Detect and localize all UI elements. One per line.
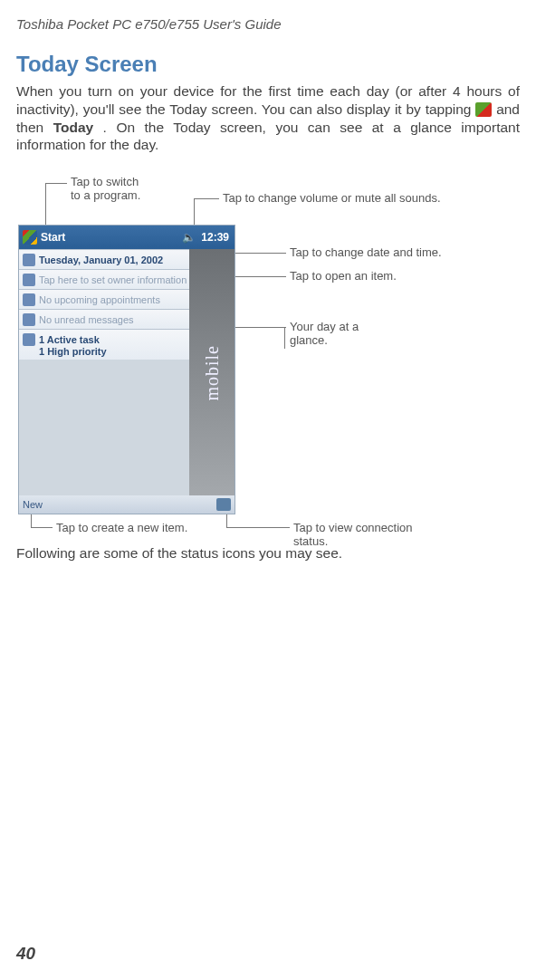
speaker-icon[interactable]: 🔈	[182, 231, 196, 244]
intro-text-1: When you turn on your device for the fir…	[16, 83, 520, 117]
mobile-strip: mobile	[189, 249, 234, 495]
owner-text: Tap here to set owner information	[39, 274, 187, 285]
callout-line	[31, 527, 53, 528]
annotated-diagram: Tap to switch to a program. Tap to chang…	[16, 176, 523, 538]
start-menu-icon[interactable]	[23, 230, 37, 245]
messages-icon	[23, 313, 35, 326]
screenshot-topbar: Start 🔈 12:39	[19, 226, 234, 249]
messages-text: No unread messages	[39, 314, 134, 325]
section-title: Today Screen	[16, 52, 520, 77]
callout-line	[284, 327, 285, 349]
new-button[interactable]: New	[23, 499, 43, 510]
date-text: Tuesday, January 01, 2002	[39, 255, 163, 265]
callout-switch-program: Tap to switch to a program.	[71, 176, 140, 203]
callout-line	[194, 198, 219, 199]
calendar-icon	[23, 254, 35, 266]
screenshot-bottombar: New	[19, 495, 234, 514]
callout-line	[235, 276, 286, 277]
intro-today-bold: Today	[53, 120, 94, 135]
tasks-line1: 1 Active task	[39, 334, 100, 345]
owner-icon	[23, 274, 35, 286]
start-flag-icon	[475, 102, 492, 117]
callout-day-glance: Your day at a glance.	[290, 321, 359, 348]
page-number: 40	[16, 944, 35, 964]
callout-connection: Tap to view connection status.	[293, 522, 413, 549]
intro-paragraph: When you turn on your device for the fir…	[16, 82, 520, 154]
callout-line	[226, 527, 290, 528]
callout-new-item: Tap to create a new item.	[56, 522, 187, 535]
following-paragraph: Following are some of the status icons y…	[16, 545, 520, 562]
callout-line	[235, 327, 286, 328]
callout-open-item: Tap to open an item.	[290, 270, 397, 283]
connection-icon[interactable]	[216, 498, 231, 511]
mobile-strip-text: mobile	[202, 345, 223, 401]
appointments-icon	[23, 293, 35, 306]
page-header: Toshiba Pocket PC e750/e755 User's Guide	[16, 16, 520, 32]
tasks-icon	[23, 333, 35, 346]
callout-line	[45, 183, 67, 184]
device-screenshot: Start 🔈 12:39 Tuesday, January 01, 2002 …	[18, 225, 235, 514]
callout-line	[235, 253, 286, 254]
tasks-line2: 1 High priority	[39, 346, 107, 357]
clock-label[interactable]: 12:39	[201, 231, 229, 244]
appointments-text: No upcoming appointments	[39, 294, 160, 305]
start-label[interactable]: Start	[41, 231, 65, 244]
callout-volume: Tap to change volume or mute all sounds.	[223, 192, 441, 206]
callout-date-time: Tap to change date and time.	[290, 246, 442, 260]
